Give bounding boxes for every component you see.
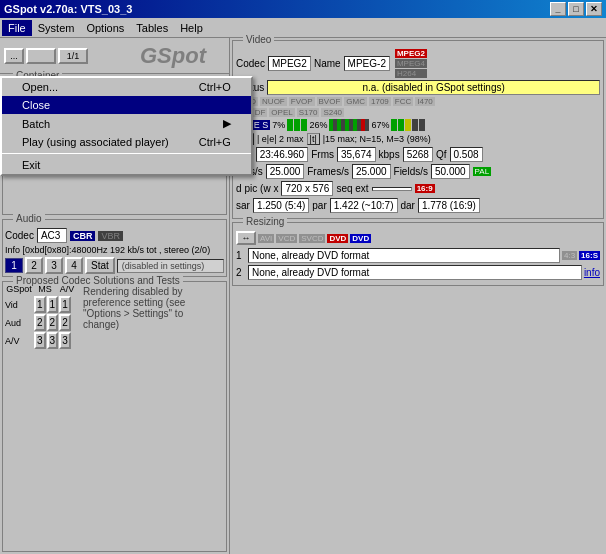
resize-info-link[interactable]: info [584, 267, 600, 278]
resizing-section: Resizing ↔ AVI VCD SVCD DVD DVD 1 None, … [232, 222, 604, 286]
cell-vid-av[interactable]: 1 [59, 296, 71, 313]
maximize-button[interactable]: □ [568, 2, 584, 16]
frms-value: 35,674 [337, 147, 376, 162]
audio-codec-row: Codec AC3 CBR VBR [5, 228, 224, 243]
close-button[interactable]: ✕ [586, 2, 602, 16]
h264-badge: H264 [395, 69, 427, 78]
file-dropdown-menu: Open... Ctrl+O Close Batch ▶ Play (using… [0, 76, 253, 176]
ind-mixed-block [391, 119, 425, 131]
qf-value: 0.508 [450, 147, 483, 162]
qf-label: Qf [436, 149, 447, 160]
name-value: MPEG-2 [344, 56, 390, 71]
1709-badge: 1709 [369, 97, 391, 106]
fields-value: 50.000 [431, 164, 470, 179]
menu-tables[interactable]: Tables [130, 20, 174, 36]
audio-btn-3[interactable]: 3 [45, 257, 63, 274]
kbps-label: kbps [379, 149, 400, 160]
row-label-aud: Aud [5, 318, 33, 328]
open-file-btn[interactable]: ... [4, 48, 24, 64]
pic-value: 720 x 576 [281, 181, 333, 196]
resize-169-badge: 16:S [579, 251, 600, 260]
audio-buttons-row: 1 2 3 4 Stat (disabled in settings) [5, 257, 224, 274]
t-ctrl: |t| [307, 133, 320, 145]
cell-vid-gspot[interactable]: 1 [34, 296, 46, 313]
i470-badge: I470 [415, 97, 435, 106]
playback-text2: |15 max; N=15, M=3 (98%) [323, 134, 431, 144]
seq-label: seq ext [336, 183, 368, 194]
sar-value: 1.250 (5:4) [253, 198, 309, 213]
audio-btn-2[interactable]: 2 [25, 257, 43, 274]
resize-value-2: None, already DVD format [248, 265, 582, 280]
open-label: Open... [22, 81, 58, 93]
audio-codec-label: Codec [5, 230, 34, 241]
resize-row-2: 2 None, already DVD format info [236, 265, 600, 280]
main-content: Open... Ctrl+O Close Batch ▶ Play (using… [0, 38, 606, 554]
dar-value: 1.778 (16:9) [418, 198, 480, 213]
right-panel: Video Codec MPEG2 Name MPEG-2 MPEG2 MPEG… [230, 38, 606, 554]
menu-separator [2, 153, 251, 154]
menu-batch[interactable]: Batch ▶ [2, 114, 251, 133]
menu-file[interactable]: File [2, 20, 32, 36]
cell-aud-gspot[interactable]: 2 [34, 314, 46, 331]
play-label: Play (using associated player) [22, 136, 169, 148]
open-shortcut: Ctrl+O [199, 81, 231, 93]
frames-s-label: Frames/s [307, 166, 349, 177]
status-value: n.a. (disabled in GSpot settings) [267, 80, 600, 95]
menu-options[interactable]: Options [80, 20, 130, 36]
cell-vid-ms[interactable]: 1 [47, 296, 59, 313]
kbps-value: 5268 [403, 147, 433, 162]
fields-label: Fields/s [394, 166, 428, 177]
cell-aud-av[interactable]: 2 [59, 314, 71, 331]
mpeg4-badge: MPEG4 [395, 59, 427, 68]
par-label: par [312, 200, 326, 211]
sar-row: sar 1.250 (5:4) par 1.422 (~10:7) dar 1.… [236, 198, 600, 213]
logo-area: ... 1/1 GSpot [0, 38, 229, 74]
opel-badge: OPEL [269, 108, 294, 117]
seq-value [372, 187, 412, 191]
codec-value: MPEG2 [268, 56, 311, 71]
cell-av-gspot[interactable]: 3 [34, 332, 46, 349]
cell-aud-ms[interactable]: 2 [47, 314, 59, 331]
audio-btn-1[interactable]: 1 [5, 258, 23, 273]
sar-label: sar [236, 200, 250, 211]
nav-back-btn[interactable] [26, 48, 56, 64]
proposed-numbers: GSpot MS A/V Vid 1 1 1 Aud 2 2 2 [3, 282, 79, 551]
audio-section-title: Audio [13, 213, 45, 224]
aspect-badge: 16:9 [415, 184, 435, 193]
df-badge: DF [253, 108, 268, 117]
audio-stat-btn[interactable]: Stat [85, 257, 115, 274]
proposed-section: Proposed Codec Solutions and Tests GSpot… [2, 281, 227, 552]
cell-av-av[interactable]: 3 [59, 332, 71, 349]
close-label: Close [22, 99, 50, 111]
cell-av-ms[interactable]: 3 [47, 332, 59, 349]
nuof-badge: NUOF [260, 97, 287, 106]
menu-close[interactable]: Close [2, 96, 251, 114]
video-status-row: Status n.a. (disabled in GSpot settings) [236, 80, 600, 95]
video-codec-row: Codec MPEG2 Name MPEG-2 MPEG2 MPEG4 H264 [236, 49, 600, 78]
name-label: Name [314, 58, 341, 69]
title-bar-buttons: _ □ ✕ [550, 2, 602, 16]
indicator-row: 1 P E S 7% 26% [236, 118, 600, 132]
video-section: Video Codec MPEG2 Name MPEG-2 MPEG2 MPEG… [232, 40, 604, 219]
minimize-button[interactable]: _ [550, 2, 566, 16]
batch-arrow: ▶ [223, 117, 231, 130]
fcc-badge: FCC [393, 97, 413, 106]
menu-help[interactable]: Help [174, 20, 209, 36]
menu-play[interactable]: Play (using associated player) Ctrl+G [2, 133, 251, 151]
frms-label: Frms [311, 149, 334, 160]
menu-system[interactable]: System [32, 20, 81, 36]
menu-open[interactable]: Open... Ctrl+O [2, 78, 251, 96]
pics-value: 25.000 [266, 164, 305, 179]
title-bar: GSpot v2.70a: VTS_03_3 _ □ ✕ [0, 0, 606, 18]
audio-btn-4[interactable]: 4 [65, 257, 83, 274]
d-pic-row: d pic (w x 720 x 576 seq ext 16:9 [236, 181, 600, 196]
s170-badge: S170 [297, 108, 320, 117]
resize-btn[interactable]: ↔ [236, 231, 256, 245]
row-label-vid: Vid [5, 300, 33, 310]
svcd-badge: SVCD [299, 234, 325, 243]
menu-exit[interactable]: Exit [2, 156, 251, 174]
dar-label: dar [401, 200, 415, 211]
page-counter: 1/1 [58, 48, 88, 64]
play-shortcut: Ctrl+G [199, 136, 231, 148]
vbr-badge: VBR [98, 231, 123, 241]
